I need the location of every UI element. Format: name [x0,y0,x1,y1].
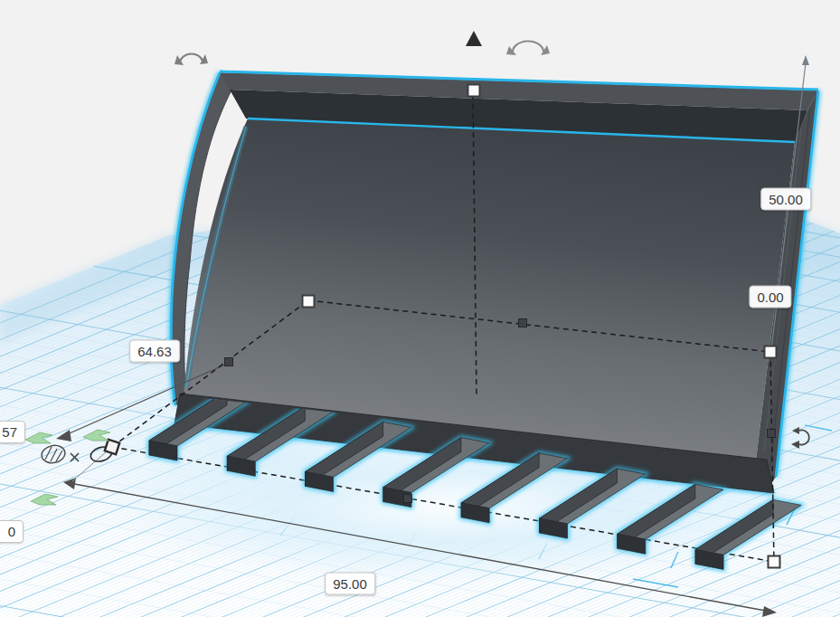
viewport-canvas[interactable] [0,0,840,617]
scale-handle-top[interactable] [468,85,480,97]
dim-label-depth[interactable]: 64.63 [129,340,180,363]
mid-marker-front [404,495,412,503]
viewport-3d[interactable]: 50.00 0.00 64.63 95.00 57 0 [0,0,840,617]
mid-marker-left [225,358,233,366]
scale-handle-back-left[interactable] [303,296,315,308]
mid-marker-right [768,430,776,438]
scale-handle-front-right[interactable] [769,556,780,568]
scale-handle-back-right[interactable] [765,346,777,358]
dim-label-elevation[interactable]: 0.00 [749,286,791,308]
ruler-label-left-partial[interactable]: 57 [0,421,25,443]
dim-label-width[interactable]: 95.00 [325,573,375,595]
ruler-origin-handle[interactable] [105,440,119,454]
mid-marker-back [519,319,527,327]
ruler-label-bottom-partial[interactable]: 0 [0,520,24,543]
dim-label-height[interactable]: 50.00 [760,188,811,211]
